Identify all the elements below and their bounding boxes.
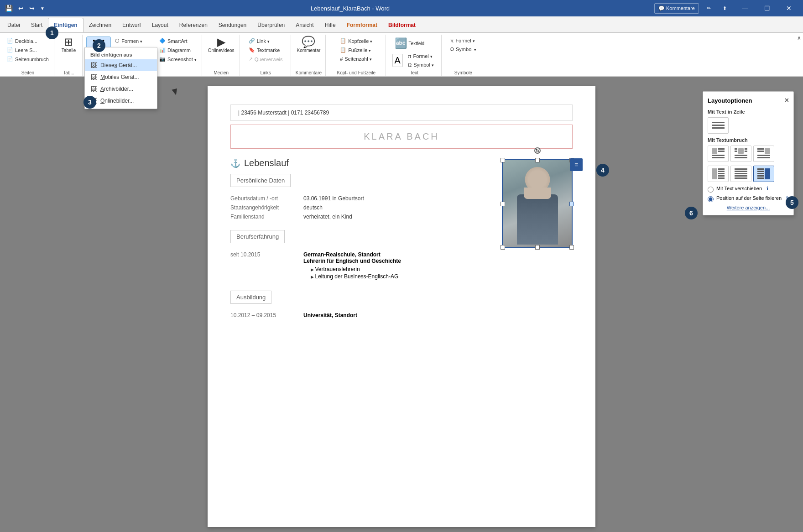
ausbildung-section-box: Ausbildung <box>230 291 271 304</box>
ribbon-collapse-btn[interactable]: ∧ <box>797 35 801 41</box>
wrap-icon-2[interactable] <box>730 146 751 162</box>
svg-rect-5 <box>718 151 725 152</box>
undo-btn[interactable]: ↩ <box>17 3 25 13</box>
kopfzeile-btn[interactable]: 📋 Kopfzeile ▾ <box>338 37 375 45</box>
symbole-content: π Formel ▾ Ω Symbol ▾ <box>448 35 479 69</box>
fusszeile-btn[interactable]: 📋 Fußzeile ▾ <box>338 46 373 54</box>
top-bar: 💾 ↩ ↪ ▼ Lebenslauf_KlaraBach - Word 💬 Ko… <box>0 0 803 16</box>
rotate-handle[interactable]: ↻ <box>534 147 541 154</box>
tab-formformat[interactable]: Formformat <box>341 18 383 32</box>
formen-btn[interactable]: ⬡ Formen ▾ <box>113 37 155 45</box>
radio-mit-text-row: Mit Text verschieben ℹ <box>708 186 789 193</box>
onlinevideos-btn[interactable]: ▶ Onlinevideos <box>206 35 237 55</box>
seitenzahl-btn[interactable]: # Seitenzahl ▾ <box>338 55 374 63</box>
archivbilder-icon: 🖼 <box>90 85 97 93</box>
dropdown-item-dieses-geraet[interactable]: 🖼 Dieses Gerät... <box>85 59 157 71</box>
dropdown-item-archivbilder[interactable]: 🖼 Archivbilder... <box>85 83 157 95</box>
diagramm-btn[interactable]: 📊 Diagramm <box>157 46 199 54</box>
name-text: KLARA BACH <box>364 131 439 141</box>
tabelle-icon: ⊞ <box>64 37 73 47</box>
links-label: Links <box>260 69 271 76</box>
svg-rect-3 <box>712 148 717 154</box>
close-btn[interactable]: ✕ <box>778 1 799 16</box>
svg-rect-2 <box>712 127 725 129</box>
textmarke-btn[interactable]: 🔖 Textmarke <box>246 46 282 54</box>
svg-rect-6 <box>712 155 725 156</box>
radio-position[interactable] <box>708 196 714 202</box>
qa-dropdown-btn[interactable]: ▼ <box>39 5 46 12</box>
tabelle-btn[interactable]: ⊞ Tabelle <box>59 35 78 55</box>
dropdown-item-mobiles-geraet[interactable]: 🖼 Mobiles Gerät... <box>85 71 157 83</box>
photo-container[interactable]: ↻ ≡ <box>502 159 573 248</box>
ribbon-right-controls: 💬 Kommentare ✏ ⬆ <box>654 3 731 14</box>
tab-layout[interactable]: Layout <box>146 18 174 32</box>
seiten-group-content: 📄 Deckbla... 📄 Leere S... 📄 Seitenumbruc… <box>5 35 51 69</box>
wrap-icon-5[interactable] <box>730 166 751 182</box>
tab-start[interactable]: Start <box>26 18 48 32</box>
info-icon-1[interactable]: ℹ <box>766 186 768 192</box>
wrap-icon-6[interactable] <box>753 166 774 182</box>
symbol-btn[interactable]: Ω Symbol ▾ <box>406 61 436 69</box>
link-icon: 🔗 <box>249 38 255 44</box>
inline-icon-1[interactable] <box>708 117 729 134</box>
deckblatt-btn[interactable]: 📄 Deckbla... <box>5 37 40 45</box>
smartart-btn[interactable]: 🔷 SmartArt <box>157 37 199 45</box>
ausbildung-row: 10.2012 – 09.2015 Universität, Standort <box>230 312 573 318</box>
tab-ansicht[interactable]: Ansicht <box>290 18 319 32</box>
minimize-btn[interactable]: — <box>735 1 756 16</box>
resize-handle-tc[interactable] <box>535 158 540 162</box>
seitenumbruch-btn[interactable]: 📄 Seitenumbruch <box>5 55 51 63</box>
resize-handle-ml[interactable] <box>501 202 505 206</box>
querverweis-btn[interactable]: ↗ Querverweis <box>246 55 285 63</box>
kommentare-btn[interactable]: 💬 Kommentare <box>654 3 699 14</box>
share-dropdown-btn[interactable]: ⬆ <box>719 3 731 14</box>
symbol2-btn[interactable]: Ω Symbol ▾ <box>448 45 479 53</box>
svg-rect-12 <box>745 151 747 152</box>
wrap-icon-3[interactable] <box>753 146 774 162</box>
link-btn[interactable]: 🔗 Link ▾ <box>246 37 272 45</box>
resize-handle-tl[interactable] <box>501 158 505 162</box>
save-qa-btn[interactable]: 💾 <box>4 3 14 13</box>
redo-btn[interactable]: ↪ <box>28 3 36 13</box>
screenshot-btn[interactable]: 📷 Screenshot ▾ <box>157 55 199 63</box>
wrap-icon-1[interactable] <box>708 146 729 162</box>
layout-icon-btn[interactable]: ≡ <box>570 158 583 171</box>
maximize-btn[interactable]: ☐ <box>756 1 777 16</box>
kommentar-btn[interactable]: 💬 Kommentar <box>295 35 323 55</box>
tab-referenzen[interactable]: Referenzen <box>174 18 213 32</box>
resize-handle-bl[interactable] <box>501 245 505 250</box>
tab-entwurf[interactable]: Entwurf <box>117 18 146 32</box>
symbol-icon: Ω <box>408 62 412 68</box>
ribbon-group-text: 🔤 Textfeld A π Formel ▾ Ω Symbol ▾ <box>387 35 442 76</box>
formel-btn[interactable]: π Formel ▾ <box>406 52 436 60</box>
tab-datei[interactable]: Datei <box>2 18 26 32</box>
tab-zeichnen[interactable]: Zeichnen <box>83 18 117 32</box>
tab-sendungen[interactable]: Sendungen <box>213 18 252 32</box>
resize-handle-br[interactable] <box>569 245 574 250</box>
textfeld-btn[interactable]: 🔤 Textfeld <box>392 37 427 50</box>
tab-ueberprufen[interactable]: Überprüfen <box>252 18 290 32</box>
svg-rect-9 <box>735 148 737 150</box>
text-group-label: Text <box>410 69 418 76</box>
photo-inner <box>503 160 572 247</box>
radio-position-label: Position auf der Seite fixieren <box>716 195 782 201</box>
svg-rect-21 <box>718 168 725 170</box>
panel-close-btn[interactable]: × <box>785 96 789 104</box>
wrap-icon-4[interactable] <box>708 166 729 182</box>
geburtsdatum-label: Geburtsdatum / -ort <box>230 195 294 202</box>
smartart-icon: 🔷 <box>159 38 166 44</box>
screenshot-icon: 📷 <box>159 56 166 62</box>
share-btn[interactable]: ✏ <box>703 3 715 14</box>
tab-hilfe[interactable]: Hilfe <box>319 18 341 32</box>
resize-handle-mr[interactable] <box>569 202 574 206</box>
resize-handle-bc[interactable] <box>535 245 540 250</box>
formel2-btn[interactable]: π Formel ▾ <box>448 37 477 45</box>
weitere-anzeigen-link[interactable]: Weitere anzeigen... <box>708 205 789 210</box>
leere-seite-btn[interactable]: 📄 Leere S... <box>5 46 39 54</box>
tab-bildformat[interactable]: Bildformat <box>383 18 421 32</box>
ribbon-group-symbole: π Formel ▾ Ω Symbol ▾ Symbole <box>443 35 484 76</box>
radio-mit-text[interactable] <box>708 187 714 193</box>
lebenslauf-title: Lebenslauf <box>244 158 289 168</box>
svg-rect-35 <box>757 175 764 177</box>
a-groß-btn[interactable]: A <box>392 54 403 67</box>
